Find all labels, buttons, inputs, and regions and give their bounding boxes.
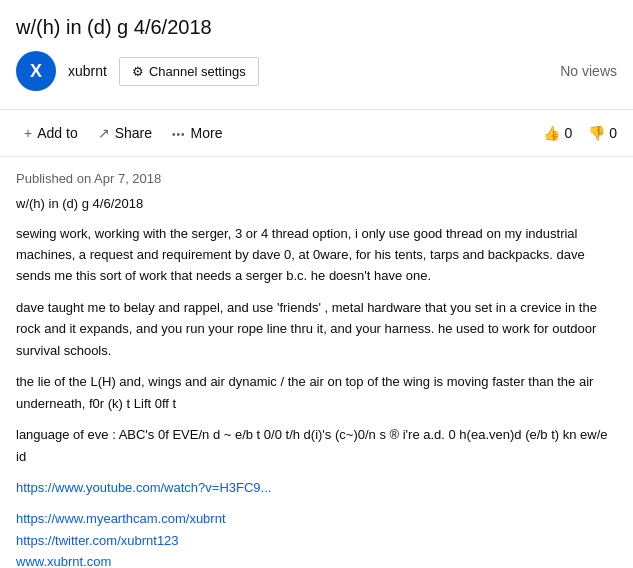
more-button[interactable]: More — [164, 118, 230, 148]
desc-subtitle: w/(h) in (d) g 4/6/2018 — [16, 194, 617, 215]
gear-icon — [132, 64, 144, 79]
description-body: sewing work, working with the serger, 3 … — [16, 223, 617, 568]
desc-para-4: language of eve : ABC's 0f EVE/n d ~ e/b… — [16, 424, 617, 467]
add-to-button[interactable]: Add to — [16, 118, 86, 148]
channel-settings-label: Channel settings — [149, 64, 246, 79]
more-label: More — [191, 125, 223, 141]
add-to-label: Add to — [37, 125, 77, 141]
channel-settings-button[interactable]: Channel settings — [119, 57, 259, 86]
thumbs-up-icon — [543, 124, 560, 142]
like-dislike-group: 0 0 — [543, 124, 617, 142]
desc-link-3[interactable]: https://twitter.com/xubrnt123 — [16, 533, 179, 548]
desc-link-1[interactable]: https://www.youtube.com/watch?v=H3FC9... — [16, 480, 271, 495]
share-label: Share — [115, 125, 152, 141]
desc-para-3: the lie of the L(H) and, wings and air d… — [16, 371, 617, 414]
more-icon — [172, 124, 186, 142]
description-area: Published on Apr 7, 2018 w/(h) in (d) g … — [0, 157, 633, 568]
desc-link-4[interactable]: www.xubrnt.com — [16, 554, 111, 568]
desc-para-1: sewing work, working with the serger, 3 … — [16, 223, 617, 287]
desc-link-2[interactable]: https://www.myearthcam.com/xubrnt — [16, 511, 226, 526]
channel-row: X xubrnt Channel settings No views — [16, 51, 617, 91]
like-count: 0 — [564, 125, 572, 141]
dislike-count: 0 — [609, 125, 617, 141]
thumbs-down-icon — [588, 124, 605, 142]
channel-name: xubrnt — [68, 63, 107, 79]
actions-row: Add to Share More 0 0 — [0, 110, 633, 157]
avatar: X — [16, 51, 56, 91]
plus-icon — [24, 124, 32, 142]
dislike-button[interactable]: 0 — [588, 124, 617, 142]
share-button[interactable]: Share — [90, 118, 160, 148]
like-button[interactable]: 0 — [543, 124, 572, 142]
published-date: Published on Apr 7, 2018 — [16, 169, 617, 190]
share-icon — [98, 124, 110, 142]
desc-para-2: dave taught me to belay and rappel, and … — [16, 297, 617, 361]
header: w/(h) in (d) g 4/6/2018 X xubrnt Channel… — [0, 0, 633, 109]
video-title: w/(h) in (d) g 4/6/2018 — [16, 16, 617, 39]
views-count: No views — [560, 63, 617, 79]
